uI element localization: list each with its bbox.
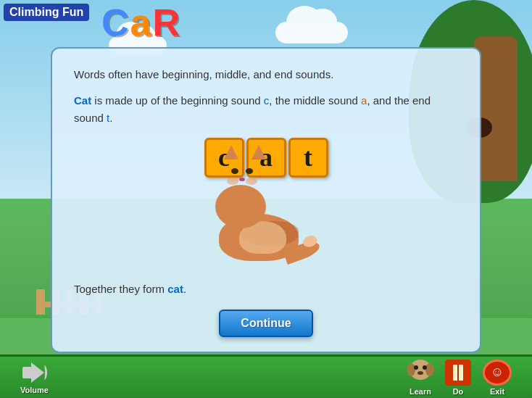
letter-tiles: c a t [74, 138, 458, 178]
volume-button[interactable]: Volume [14, 358, 54, 397]
learn-icon [407, 360, 433, 386]
deco-letters: C a R [101, 4, 180, 41]
together-word: cat [167, 283, 183, 295]
game-title: Climbing Fun [4, 4, 89, 21]
exit-face: ☺ [491, 365, 504, 380]
cloud-2 [275, 22, 348, 43]
together-end: . [183, 283, 186, 295]
cat-image [208, 185, 324, 265]
bottom-toolbar: Volume Learn Do ☺ Exit [0, 355, 532, 398]
learn-button[interactable]: Learn [402, 357, 439, 399]
dog-eye-right [423, 365, 427, 370]
title-area: Climbing Fun [4, 4, 89, 21]
cat-ear-left [224, 145, 238, 159]
dog-ear-right [425, 363, 434, 376]
intro-text: Words often have beginning, middle, and … [74, 67, 458, 83]
together-text: Together they form cat. [74, 283, 458, 295]
do-label: Do [453, 387, 464, 396]
dog-head [410, 360, 431, 380]
volume-icon [21, 361, 47, 384]
do-book-spine [457, 365, 459, 381]
deco-letter-a: a [130, 4, 151, 41]
do-icon [445, 360, 471, 386]
cat-cheek-left [227, 178, 238, 185]
continue-btn-wrap: Continue [74, 310, 458, 337]
deco-letter-r: R [152, 4, 180, 41]
cat-eye-right [246, 168, 253, 174]
cat-nose [239, 178, 245, 181]
detail-mid1: , the middle sound [269, 94, 361, 107]
vol-wave [41, 365, 47, 380]
volume-label: Volume [20, 386, 49, 394]
cat-head [215, 185, 266, 228]
dog-eye-left [414, 365, 418, 370]
content-box: Words often have beginning, middle, and … [51, 47, 481, 353]
cat-tail-tip [302, 233, 319, 249]
cat-eye-left [231, 168, 238, 174]
detail-end: . [109, 112, 112, 124]
do-button[interactable]: Do [439, 357, 477, 399]
cat-illustration [74, 185, 458, 272]
detail-text: Cat is made up of the beginning sound c,… [74, 92, 458, 127]
together-pre: Together they form [74, 283, 167, 295]
cat-ear-right [252, 145, 266, 159]
continue-button[interactable]: Continue [219, 310, 312, 337]
exit-button[interactable]: ☺ Exit [477, 357, 518, 399]
learn-label: Learn [410, 387, 431, 396]
word-cat: Cat [74, 94, 91, 107]
cat-cheek-right [246, 178, 257, 185]
exit-icon: ☺ [483, 360, 512, 386]
detail-pre: is made up of the beginning sound [91, 94, 264, 107]
dog-ear-left [407, 363, 415, 376]
dog-nose [417, 371, 423, 375]
deco-letter-c: C [101, 4, 129, 41]
tile-t: t [288, 138, 328, 178]
exit-label: Exit [490, 387, 504, 396]
